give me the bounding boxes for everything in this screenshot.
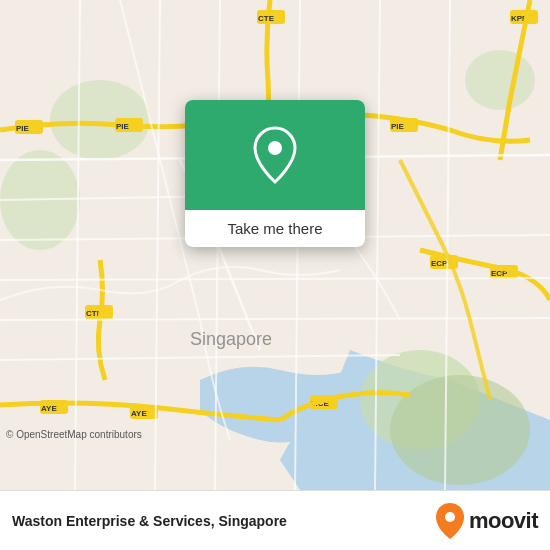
bottom-bar: Waston Enterprise & Services, Singapore … (0, 490, 550, 550)
svg-text:PIE: PIE (16, 124, 30, 133)
svg-point-2 (390, 375, 530, 485)
svg-text:AYE: AYE (131, 409, 147, 418)
svg-text:Singapore: Singapore (190, 329, 272, 349)
svg-text:ECP: ECP (431, 259, 448, 268)
svg-point-41 (268, 141, 282, 155)
moovit-pin-icon (435, 502, 465, 540)
take-me-there-button[interactable]: Take me there (197, 220, 353, 237)
map-attribution: © OpenStreetMap contributors (6, 429, 142, 440)
popup-icon-area (185, 100, 365, 210)
svg-text:PIE: PIE (116, 122, 130, 131)
svg-text:PIE: PIE (391, 122, 405, 131)
moovit-logo: moovit (435, 502, 538, 540)
location-info: Waston Enterprise & Services, Singapore (12, 513, 287, 529)
map: PIE PIE PIE CTE KPE ECP ECP AYE AYE MCE (0, 0, 550, 490)
popup-button-area[interactable]: Take me there (185, 210, 365, 247)
location-name: Waston Enterprise & Services, Singapore (12, 513, 287, 529)
svg-point-42 (445, 512, 455, 522)
svg-point-5 (465, 50, 535, 110)
popup-card: Take me there (185, 100, 365, 247)
svg-text:CTE: CTE (258, 14, 275, 23)
moovit-text: moovit (469, 508, 538, 534)
location-pin-icon (251, 126, 299, 184)
